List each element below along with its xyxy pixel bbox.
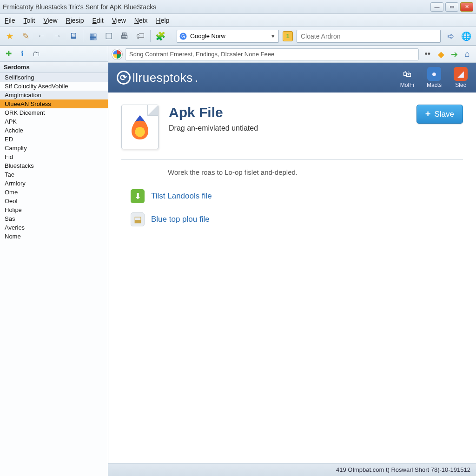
separator xyxy=(150,30,151,42)
menu-tolit[interactable]: Tolit xyxy=(24,17,35,24)
statusbar: 419 OImpbat.com t) Roswarl Short 78)-10-… xyxy=(108,463,476,476)
link-row[interactable]: ⬓Blue top plou file xyxy=(121,208,463,231)
plus-icon: + xyxy=(425,109,431,119)
go-arrow-icon[interactable]: ➪ xyxy=(444,30,456,42)
menu-edit[interactable]: Edit xyxy=(93,17,104,24)
titlebar: Ermicatoty Bluestacks Tric's Sent for Ap… xyxy=(0,0,476,14)
brand-action-macts[interactable]: ●Macts xyxy=(427,67,442,88)
star-icon[interactable]: ★ xyxy=(4,30,16,42)
menu-view[interactable]: View xyxy=(112,17,126,24)
brand-action-icon: ● xyxy=(427,67,441,81)
app-window: Ermicatoty Bluestacks Tric's Sent for Ap… xyxy=(0,0,476,476)
sidebar-item[interactable]: Nome xyxy=(0,232,108,241)
menu-help[interactable]: Help xyxy=(156,17,170,24)
sidebar-item[interactable]: UlueeAN Srotess xyxy=(0,99,108,108)
link-icon: ⬓ xyxy=(131,212,145,226)
hero-text: Apk File Drag an-emivlated untiated xyxy=(169,105,258,132)
brand-logo: ⟳ llruesptoks. xyxy=(117,71,198,85)
sidebar-item[interactable]: Oeol xyxy=(0,197,108,205)
close-button[interactable]: ✕ xyxy=(460,2,473,12)
search-engine-input[interactable] xyxy=(190,33,270,40)
menubar: FileTolitViewRiesipEditViewNetxHelp xyxy=(0,14,476,27)
minimize-button[interactable]: — xyxy=(430,2,443,12)
sidebar-item[interactable]: Sellfisoring xyxy=(0,73,108,82)
description: Worek the roas to Lo-op fislet and-deple… xyxy=(121,160,463,185)
info-icon[interactable]: ℹ xyxy=(18,49,27,59)
link-icon: ⬇ xyxy=(131,189,145,203)
brand-action-slec[interactable]: ◢Slec xyxy=(454,67,468,88)
sidebar-item[interactable]: Camplty xyxy=(0,144,108,152)
sidebar-item[interactable]: Armiory xyxy=(0,179,108,188)
toolbar: ★ ✎ ← → 🖥 ▦ ☐ 🖶 🏷 🧩 G ▾ 1 ➪ 🌐 xyxy=(0,27,476,46)
brand-action-label: Macts xyxy=(427,82,442,88)
sidebar: ✚ ℹ 🗀 Serdoms SellfisoringStf Coluclity … xyxy=(0,46,108,476)
brand-bar: ⟳ llruesptoks. 🛍MofFr●Macts◢Slec xyxy=(108,63,476,93)
print-icon[interactable]: 🖶 xyxy=(119,30,131,42)
nav-forward-icon[interactable]: ➔ xyxy=(449,49,459,60)
window-icon[interactable]: ☐ xyxy=(103,30,115,42)
puzzle-icon[interactable]: 🧩 xyxy=(154,30,166,42)
tabbar: Sdng Contrant Emerest, Endings, Dlcsaler… xyxy=(108,46,476,63)
nav-diamond-icon[interactable]: ◆ xyxy=(436,49,446,60)
tab-label: Sdng Contrant Emerest, Endings, Dlcsaler… xyxy=(129,51,274,58)
brand-action-label: MofFr xyxy=(400,82,415,88)
brand-actions: 🛍MofFr●Macts◢Slec xyxy=(400,67,468,88)
tab-active[interactable]: Sdng Contrant Emerest, Endings, Dlcsaler… xyxy=(125,48,419,60)
add-icon[interactable]: ✚ xyxy=(4,49,13,59)
sidebar-item[interactable]: Sas xyxy=(0,214,108,223)
maximize-button[interactable]: ▭ xyxy=(445,2,458,12)
brand-name: llruesptoks xyxy=(132,71,193,85)
window-controls: — ▭ ✕ xyxy=(430,2,473,12)
sidebar-item[interactable]: Fid xyxy=(0,152,108,161)
separator xyxy=(83,30,83,42)
sidebar-item[interactable]: ED xyxy=(0,135,108,144)
chevron-down-icon[interactable]: ▾ xyxy=(270,33,277,40)
folder-icon[interactable]: 🗀 xyxy=(32,49,41,59)
pencil-icon[interactable]: ✎ xyxy=(20,30,32,42)
link-list: ⬇Tilst Landools file⬓Blue top plou file xyxy=(121,185,463,231)
status-text: 419 OImpbat.com t) Roswarl Short 78)-10-… xyxy=(336,466,470,473)
content: Apk File Drag an-emivlated untiated + Sl… xyxy=(108,93,476,463)
sidebar-item[interactable]: Tae xyxy=(0,170,108,179)
brand-action-label: Slec xyxy=(455,82,466,88)
globe-icon[interactable]: 🌐 xyxy=(460,30,472,42)
search-engine-combo[interactable]: G ▾ xyxy=(177,30,279,43)
sidebar-item[interactable]: Stf Coluclity AsedVobile xyxy=(0,82,108,91)
sidebar-item[interactable]: Ome xyxy=(0,188,108,197)
menu-file[interactable]: File xyxy=(5,17,15,24)
sidebar-list: SellfisoringStf Coluclity AsedVobileAmgI… xyxy=(0,73,108,476)
menu-riesip[interactable]: Riesip xyxy=(66,17,84,24)
chrome-icon[interactable] xyxy=(112,49,122,60)
slave-button[interactable]: + Slave xyxy=(416,105,463,124)
menu-view[interactable]: View xyxy=(43,17,57,24)
body: ✚ ℹ 🗀 Serdoms SellfisoringStf Coluclity … xyxy=(0,46,476,476)
sidebar-tools: ✚ ℹ 🗀 xyxy=(0,46,108,62)
nav-home-icon[interactable]: ⌂ xyxy=(462,49,472,60)
link-row[interactable]: ⬇Tilst Landools file xyxy=(121,185,463,208)
address-input[interactable] xyxy=(297,30,441,43)
link-label: Blue top plou file xyxy=(151,215,210,224)
monitor-icon[interactable]: 🖥 xyxy=(67,30,79,42)
sidebar-item[interactable]: Achole xyxy=(0,126,108,135)
sidebar-item[interactable]: AmgImication xyxy=(0,91,108,99)
svg-text:G: G xyxy=(181,33,185,39)
forward-arrow-icon[interactable]: → xyxy=(51,30,63,42)
tab-overflow-icon[interactable]: •• xyxy=(422,49,433,59)
brand-action-icon: 🛍 xyxy=(400,67,414,81)
sidebar-item[interactable]: APK xyxy=(0,117,108,126)
sidebar-item[interactable]: ORK Dicement xyxy=(0,108,108,117)
back-arrow-icon[interactable]: ← xyxy=(35,30,47,42)
grid-icon[interactable]: ▦ xyxy=(87,30,99,42)
main-panel: Sdng Contrant Emerest, Endings, Dlcsaler… xyxy=(108,46,476,476)
sidebar-item[interactable]: Holipe xyxy=(0,205,108,214)
sidebar-item[interactable]: Averies xyxy=(0,223,108,232)
notification-badge[interactable]: 1 xyxy=(283,31,293,41)
google-icon: G xyxy=(179,32,187,40)
apk-file-icon xyxy=(121,105,159,149)
brand-action-moffr[interactable]: 🛍MofFr xyxy=(400,67,415,88)
menu-netx[interactable]: Netx xyxy=(134,17,148,24)
slave-button-label: Slave xyxy=(434,110,454,119)
brand-action-icon: ◢ xyxy=(454,67,468,81)
sidebar-item[interactable]: Bluestacks xyxy=(0,161,108,170)
tag-icon[interactable]: 🏷 xyxy=(134,30,146,42)
